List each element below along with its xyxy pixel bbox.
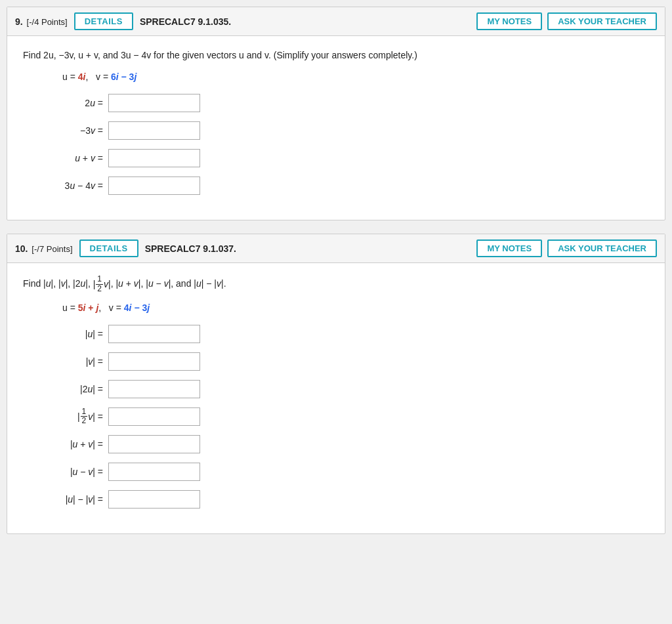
label-abs-2u: |2u| = [49,384,108,394]
question-9-body: Find 2u, −3v, u + v, and 3u − 4v for the… [7,36,665,220]
row-abs-uminusv: |u − v| = [49,463,649,481]
label-abs-v: |v| = [49,356,108,367]
question-9-header: 9. [-/4 Points] DETAILS SPRECALC7 9.1.03… [7,7,665,36]
label-uplusv: u + v = [49,153,108,163]
input-uplusv[interactable] [108,149,200,167]
input-abs-2u[interactable] [108,380,200,398]
label-abs-half-v: |12v| = [49,407,108,425]
problem-text-10: Find |u|, |v|, |2u|, |12v| , |u + v|, |u… [23,275,649,293]
row-neg3v: −3v = [49,121,649,140]
label-3u4v: 3u − 4v = [49,180,108,191]
row-uplusv: u + v = [49,149,649,167]
input-abs-v[interactable] [108,352,200,371]
row-abs-uplusv: |u + v| = [49,435,649,453]
input-2u[interactable] [108,94,200,112]
label-abs-u: |u| = [49,329,108,339]
question-10-body: Find |u|, |v|, |2u|, |12v| , |u + v|, |u… [7,263,665,533]
row-2u: 2u = [49,94,649,112]
question-9-number: 9. [-/4 Points] [15,16,68,27]
details-button-10[interactable]: DETAILS [79,239,138,257]
label-abs-uminusv: |u − v| = [49,467,108,477]
input-absu-minus-absv[interactable] [108,490,200,509]
problem-code-10: SPRECALC7 9.1.037. [145,243,471,254]
input-abs-uminusv[interactable] [108,463,200,481]
row-abs-u: |u| = [49,325,649,343]
label-neg3v: −3v = [49,125,108,136]
details-button-9[interactable]: DETAILS [74,12,133,30]
label-absu-minus-absv: |u| − |v| = [49,494,108,505]
vector-def-10: u = 5i + j, v = 4i − 3j [62,302,649,313]
my-notes-button-9[interactable]: MY NOTES [476,12,542,30]
row-abs-2u: |2u| = [49,380,649,398]
input-3u4v[interactable] [108,177,200,195]
label-2u: 2u = [49,98,108,108]
header-right-10: MY NOTES ASK YOUR TEACHER [476,239,657,257]
input-abs-u[interactable] [108,325,200,343]
row-abs-v: |v| = [49,352,649,371]
label-abs-uplusv: |u + v| = [49,439,108,449]
question-9: 9. [-/4 Points] DETAILS SPRECALC7 9.1.03… [7,7,665,220]
row-3u4v: 3u − 4v = [49,177,649,195]
input-abs-uplusv[interactable] [108,435,200,453]
header-right-9: MY NOTES ASK YOUR TEACHER [476,12,657,30]
question-10-header: 10. [-/7 Points] DETAILS SPRECALC7 9.1.0… [7,234,665,263]
row-absu-minus-absv: |u| − |v| = [49,490,649,509]
row-abs-half-v: |12v| = [49,407,649,426]
my-notes-button-10[interactable]: MY NOTES [476,239,542,257]
problem-code-9: SPRECALC7 9.1.035. [140,16,471,27]
ask-teacher-button-9[interactable]: ASK YOUR TEACHER [547,12,657,30]
problem-text-9: Find 2u, −3v, u + v, and 3u − 4v for the… [23,48,649,62]
question-10: 10. [-/7 Points] DETAILS SPRECALC7 9.1.0… [7,234,665,533]
question-10-number: 10. [-/7 Points] [15,243,73,254]
ask-teacher-button-10[interactable]: ASK YOUR TEACHER [547,239,657,257]
input-abs-half-v[interactable] [108,407,200,426]
vector-def-9: u = 4i, v = 6i − 3j [62,72,649,82]
input-neg3v[interactable] [108,121,200,140]
